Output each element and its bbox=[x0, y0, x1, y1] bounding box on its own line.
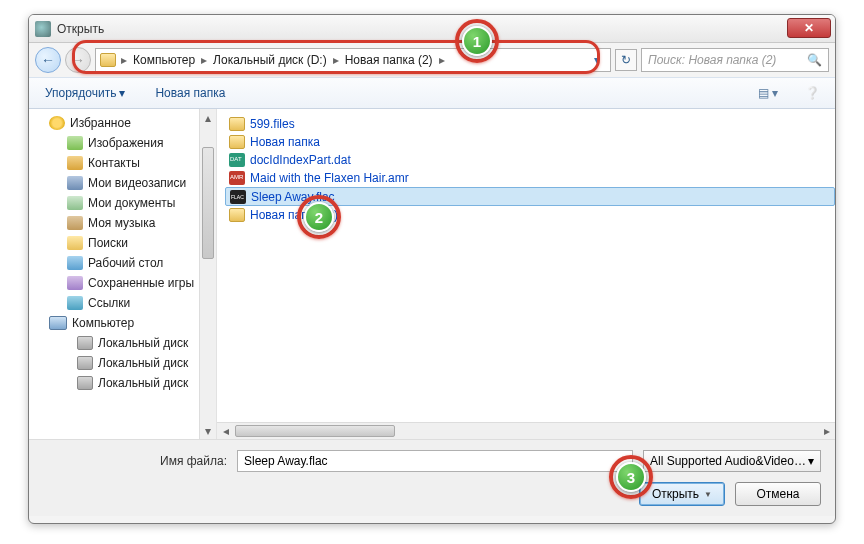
close-button[interactable]: ✕ bbox=[787, 18, 831, 38]
tree-item-label: Мои видеозаписи bbox=[88, 176, 186, 190]
file-hscrollbar[interactable]: ◂ ▸ bbox=[217, 422, 835, 439]
scroll-thumb[interactable] bbox=[202, 147, 214, 259]
search-placeholder: Поиск: Новая папка (2) bbox=[648, 53, 776, 67]
tree-item[interactable]: Локальный диск bbox=[29, 373, 216, 393]
tree-item-label: Компьютер bbox=[72, 316, 134, 330]
window-title: Открыть bbox=[57, 22, 104, 36]
annotation-callout-3: 3 bbox=[616, 462, 646, 492]
folder-icon bbox=[229, 117, 245, 131]
filename-label: Имя файла: bbox=[43, 454, 227, 468]
chevron-down-icon: ▾ bbox=[808, 454, 814, 468]
file-row[interactable]: Новая папка bbox=[225, 133, 835, 151]
link-icon bbox=[67, 296, 83, 310]
file-list[interactable]: 599.filesНовая папкаdocIdIndexPart.datMa… bbox=[217, 109, 835, 439]
tree-item-label: Контакты bbox=[88, 156, 140, 170]
music-icon bbox=[67, 216, 83, 230]
tree-item[interactable]: Сохраненные игры bbox=[29, 273, 216, 293]
tree-item[interactable]: Поиски bbox=[29, 233, 216, 253]
star-icon bbox=[49, 116, 65, 130]
computer-icon bbox=[49, 316, 67, 330]
open-button[interactable]: Открыть▼ bbox=[639, 482, 725, 506]
cancel-button[interactable]: Отмена bbox=[735, 482, 821, 506]
nav-forward-button[interactable]: → bbox=[65, 47, 91, 73]
file-row[interactable]: 599.files bbox=[225, 115, 835, 133]
zip-icon bbox=[229, 208, 245, 222]
tree-item-label: Поиски bbox=[88, 236, 128, 250]
chevron-right-icon: ▸ bbox=[120, 53, 128, 67]
tree-scrollbar[interactable]: ▴ ▾ bbox=[199, 109, 216, 439]
filename-input[interactable]: Sleep Away.flac bbox=[237, 450, 633, 472]
chevron-right-icon: ▸ bbox=[332, 53, 340, 67]
tree-item[interactable]: Изображения bbox=[29, 133, 216, 153]
help-button[interactable]: ❔ bbox=[799, 82, 825, 104]
navigation-row: ← → ▸ Компьютер ▸ Локальный диск (D:) ▸ … bbox=[29, 43, 835, 77]
app-icon bbox=[35, 21, 51, 37]
flac-icon bbox=[230, 190, 246, 204]
tree-item[interactable]: Локальный диск bbox=[29, 353, 216, 373]
toolbar: Упорядочить▾ Новая папка ▤ ▾ ❔ bbox=[29, 77, 835, 109]
tree-item[interactable]: Рабочий стол bbox=[29, 253, 216, 273]
folder-icon bbox=[100, 53, 116, 67]
breadcrumb-segment[interactable]: Локальный диск (D:) bbox=[210, 53, 330, 67]
scroll-left-icon[interactable]: ◂ bbox=[217, 423, 234, 439]
file-row[interactable]: docIdIndexPart.dat bbox=[225, 151, 835, 169]
new-folder-button[interactable]: Новая папка bbox=[149, 82, 231, 104]
desk-icon bbox=[67, 256, 83, 270]
breadcrumb-segment[interactable]: Компьютер bbox=[130, 53, 198, 67]
dialog-footer: Имя файла: Sleep Away.flac All Supported… bbox=[29, 439, 835, 516]
tree-item-label: Моя музыка bbox=[88, 216, 155, 230]
nav-back-button[interactable]: ← bbox=[35, 47, 61, 73]
tree-item[interactable]: Мои видеозаписи bbox=[29, 173, 216, 193]
file-name: 599.files bbox=[250, 117, 295, 131]
chevron-down-icon: ▾ bbox=[119, 86, 125, 100]
scroll-up-icon[interactable]: ▴ bbox=[200, 109, 216, 126]
tree-item[interactable]: Моя музыка bbox=[29, 213, 216, 233]
addressbar-dropdown[interactable]: ▾ bbox=[588, 53, 606, 67]
search-input[interactable]: Поиск: Новая папка (2) 🔍 bbox=[641, 48, 829, 72]
scroll-right-icon[interactable]: ▸ bbox=[818, 423, 835, 439]
amr-icon bbox=[229, 171, 245, 185]
filetype-filter[interactable]: All Supported Audio&Video Files▾ bbox=[643, 450, 821, 472]
tree-item-label: Локальный диск bbox=[98, 336, 188, 350]
tree-item[interactable]: Контакты bbox=[29, 153, 216, 173]
addressbar-wrapper: ▸ Компьютер ▸ Локальный диск (D:) ▸ Нова… bbox=[95, 48, 611, 72]
close-icon: ✕ bbox=[804, 21, 814, 35]
annotation-callout-2: 2 bbox=[304, 202, 334, 232]
chevron-right-icon: ▸ bbox=[438, 53, 446, 67]
organize-button[interactable]: Упорядочить▾ bbox=[39, 82, 131, 104]
split-chevron-icon: ▼ bbox=[704, 490, 712, 499]
file-row[interactable]: Maid with the Flaxen Hair.amr bbox=[225, 169, 835, 187]
refresh-button[interactable]: ↻ bbox=[615, 49, 637, 71]
tree-item[interactable]: Избранное bbox=[29, 113, 216, 133]
save-icon bbox=[67, 276, 83, 290]
chevron-right-icon: ▸ bbox=[200, 53, 208, 67]
tree-item[interactable]: Ссылки bbox=[29, 293, 216, 313]
address-bar[interactable]: ▸ Компьютер ▸ Локальный диск (D:) ▸ Нова… bbox=[95, 48, 611, 72]
view-button[interactable]: ▤ ▾ bbox=[755, 82, 781, 104]
file-name: docIdIndexPart.dat bbox=[250, 153, 351, 167]
titlebar: Открыть ✕ bbox=[29, 15, 835, 43]
search-icon bbox=[67, 236, 83, 250]
scroll-thumb[interactable] bbox=[235, 425, 395, 437]
tree-item[interactable]: Локальный диск bbox=[29, 333, 216, 353]
search-icon: 🔍 bbox=[807, 53, 822, 67]
folder-icon bbox=[229, 135, 245, 149]
tree-item-label: Рабочий стол bbox=[88, 256, 163, 270]
tree-item-label: Сохраненные игры bbox=[88, 276, 194, 290]
tree-item-label: Изображения bbox=[88, 136, 163, 150]
drive-icon bbox=[77, 336, 93, 350]
dat-icon bbox=[229, 153, 245, 167]
file-name: Новая папка bbox=[250, 135, 320, 149]
tree-item[interactable]: Компьютер bbox=[29, 313, 216, 333]
tree-item-label: Ссылки bbox=[88, 296, 130, 310]
tree-item[interactable]: Мои документы bbox=[29, 193, 216, 213]
open-dialog-window: Открыть ✕ ← → ▸ Компьютер ▸ Локальный ди… bbox=[28, 14, 836, 524]
drive-icon bbox=[77, 376, 93, 390]
tree-item-label: Локальный диск bbox=[98, 356, 188, 370]
tree-item-label: Избранное bbox=[70, 116, 131, 130]
contact-icon bbox=[67, 156, 83, 170]
breadcrumb-segment[interactable]: Новая папка (2) bbox=[342, 53, 436, 67]
img-icon bbox=[67, 136, 83, 150]
scroll-down-icon[interactable]: ▾ bbox=[200, 422, 216, 439]
nav-tree[interactable]: ИзбранноеИзображенияКонтактыМои видеозап… bbox=[29, 109, 217, 439]
